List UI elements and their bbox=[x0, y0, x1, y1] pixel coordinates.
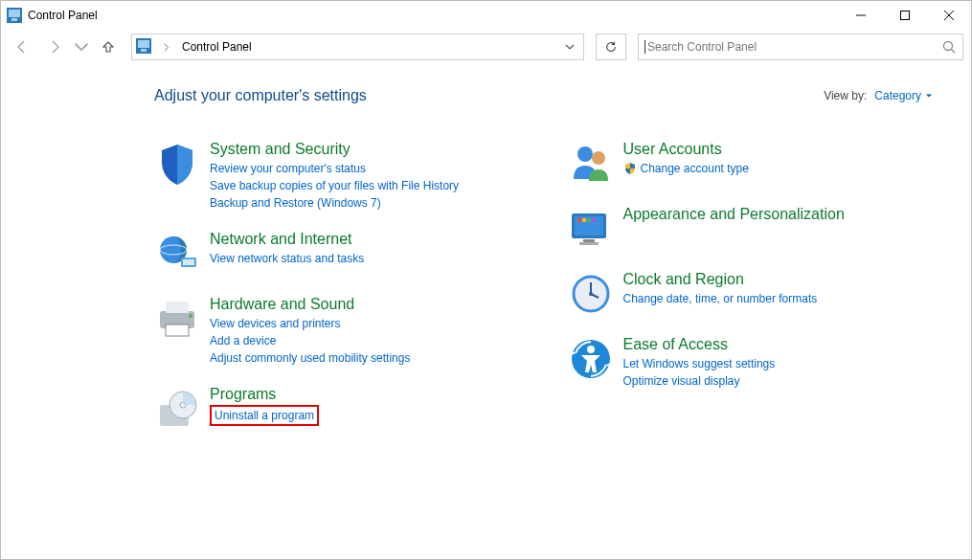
content-area: Adjust your computer's settings View by:… bbox=[1, 64, 971, 451]
svg-line-11 bbox=[952, 50, 956, 54]
search-input[interactable]: Search Control Panel bbox=[638, 34, 963, 60]
category-title[interactable]: Network and Internet bbox=[210, 231, 539, 248]
titlebar: Control Panel bbox=[1, 1, 971, 30]
task-link[interactable]: Change date, time, or number formats bbox=[623, 290, 953, 307]
svg-rect-2 bbox=[11, 18, 17, 21]
task-link-uninstall-program[interactable]: Uninstall a program bbox=[215, 409, 314, 422]
back-button[interactable] bbox=[9, 34, 35, 60]
left-column: System and Security Review your computer… bbox=[154, 141, 539, 451]
category-hardware-sound: Hardware and Sound View devices and prin… bbox=[154, 296, 539, 367]
clock-icon bbox=[568, 271, 614, 317]
task-link[interactable]: Review your computer's status bbox=[210, 160, 539, 177]
globe-network-icon bbox=[154, 231, 200, 277]
close-button[interactable] bbox=[927, 1, 971, 30]
task-link[interactable]: View devices and printers bbox=[210, 315, 539, 332]
address-dropdown[interactable] bbox=[560, 42, 579, 52]
navbar: Control Panel Search Control Panel bbox=[1, 30, 971, 64]
control-panel-icon bbox=[7, 8, 22, 23]
task-link[interactable]: Adjust commonly used mobility settings bbox=[210, 349, 539, 367]
maximize-button[interactable] bbox=[883, 1, 927, 30]
svg-rect-28 bbox=[582, 218, 586, 222]
svg-rect-17 bbox=[166, 302, 189, 313]
ease-of-access-icon bbox=[568, 336, 614, 382]
svg-point-10 bbox=[944, 42, 953, 51]
svg-rect-31 bbox=[583, 239, 595, 242]
content-header: Adjust your computer's settings View by:… bbox=[154, 87, 952, 104]
chevron-right-icon[interactable] bbox=[157, 43, 176, 52]
category-title[interactable]: Hardware and Sound bbox=[210, 296, 539, 313]
uac-shield-icon bbox=[623, 162, 637, 175]
page-title: Adjust your computer's settings bbox=[154, 87, 367, 104]
task-link[interactable]: Change account type bbox=[623, 160, 953, 177]
control-panel-icon bbox=[136, 38, 151, 56]
svg-rect-30 bbox=[592, 218, 596, 222]
task-link[interactable]: Backup and Restore (Windows 7) bbox=[210, 194, 539, 212]
category-title[interactable]: System and Security bbox=[210, 141, 539, 158]
breadcrumb-segment[interactable]: Control Panel bbox=[182, 40, 252, 54]
view-by-dropdown[interactable]: Category bbox=[874, 89, 933, 102]
refresh-button[interactable] bbox=[596, 34, 626, 60]
category-title[interactable]: User Accounts bbox=[623, 141, 953, 158]
svg-point-23 bbox=[577, 146, 593, 162]
svg-point-24 bbox=[592, 151, 605, 165]
category-network-internet: Network and Internet View network status… bbox=[154, 231, 539, 277]
task-link[interactable]: Add a device bbox=[210, 332, 539, 349]
category-title[interactable]: Programs bbox=[210, 386, 539, 403]
svg-rect-9 bbox=[141, 49, 147, 52]
up-button[interactable] bbox=[95, 34, 122, 60]
minimize-button[interactable] bbox=[839, 1, 883, 30]
highlighted-link: Uninstall a program bbox=[210, 405, 319, 426]
view-by-label: View by: bbox=[824, 89, 867, 102]
svg-rect-29 bbox=[587, 218, 591, 222]
task-link[interactable]: Let Windows suggest settings bbox=[623, 355, 953, 372]
task-link[interactable]: Optimize visual display bbox=[623, 372, 953, 390]
user-accounts-icon bbox=[568, 141, 614, 187]
category-ease-of-access: Ease of Access Let Windows suggest setti… bbox=[568, 336, 953, 390]
history-dropdown[interactable] bbox=[74, 34, 89, 60]
task-link[interactable]: Save backup copies of your files with Fi… bbox=[210, 177, 539, 194]
svg-point-36 bbox=[589, 292, 593, 296]
appearance-icon bbox=[568, 206, 614, 252]
category-title[interactable]: Appearance and Personalization bbox=[623, 206, 953, 223]
category-title[interactable]: Clock and Region bbox=[623, 271, 953, 288]
category-appearance-personalization: Appearance and Personalization bbox=[568, 206, 953, 252]
task-link[interactable]: View network status and tasks bbox=[210, 250, 539, 267]
svg-rect-1 bbox=[9, 10, 20, 17]
view-by: View by: Category bbox=[824, 89, 933, 102]
svg-rect-4 bbox=[901, 11, 910, 20]
right-column: User Accounts Change account type Appear… bbox=[568, 141, 953, 451]
window-title: Control Panel bbox=[28, 9, 98, 22]
category-programs: Programs Uninstall a program bbox=[154, 386, 539, 432]
text-cursor-icon bbox=[644, 40, 645, 54]
category-title[interactable]: Ease of Access bbox=[623, 336, 953, 353]
shield-icon bbox=[154, 141, 200, 187]
svg-rect-8 bbox=[138, 40, 149, 48]
programs-disc-icon bbox=[154, 386, 200, 432]
category-user-accounts: User Accounts Change account type bbox=[568, 141, 953, 187]
category-system-security: System and Security Review your computer… bbox=[154, 141, 539, 212]
svg-point-38 bbox=[587, 346, 595, 353]
svg-rect-15 bbox=[183, 259, 194, 265]
printer-icon bbox=[154, 296, 200, 342]
svg-rect-27 bbox=[577, 218, 581, 222]
category-clock-region: Clock and Region Change date, time, or n… bbox=[568, 271, 953, 317]
search-icon bbox=[941, 39, 957, 55]
forward-button[interactable] bbox=[41, 34, 68, 60]
svg-rect-18 bbox=[166, 325, 189, 336]
address-bar[interactable]: Control Panel bbox=[131, 34, 584, 60]
svg-rect-32 bbox=[579, 242, 599, 245]
search-placeholder: Search Control Panel bbox=[647, 40, 941, 54]
svg-point-19 bbox=[189, 314, 192, 318]
